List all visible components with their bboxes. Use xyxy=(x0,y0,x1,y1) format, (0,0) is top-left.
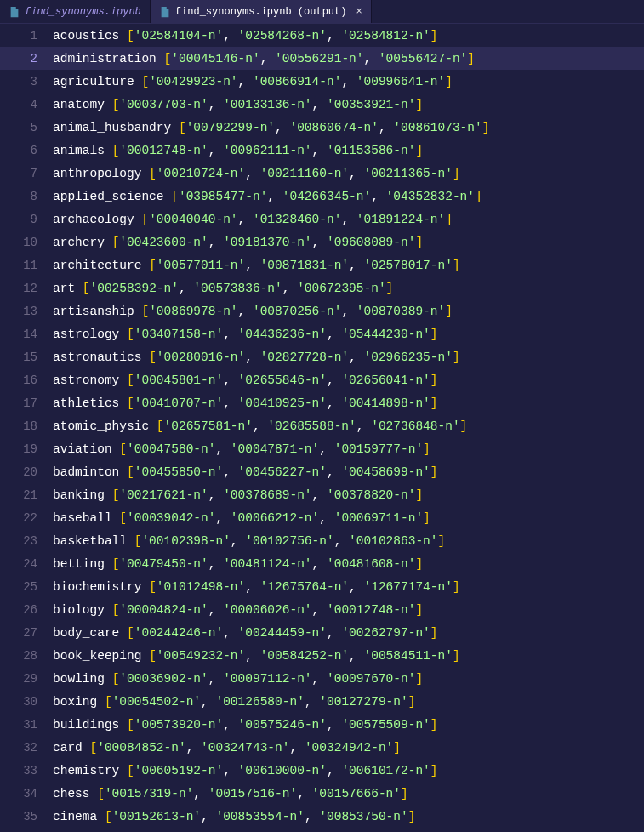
line-content: biochemistry ['01012498-n', '12675764-n'… xyxy=(53,580,460,594)
line-content: archery ['00423600-n', '09181370-n', '09… xyxy=(53,236,423,249)
line-content: card ['00084852-n', '00324743-n', '00324… xyxy=(53,741,401,755)
output-line: 15astronautics ['00280016-n', '02827728-… xyxy=(0,345,644,368)
output-line: 19aviation ['00047580-n', '00047871-n', … xyxy=(0,437,644,460)
line-number: 14 xyxy=(0,328,53,341)
line-content: atomic_physic ['02657581-n', '02685588-n… xyxy=(53,419,467,433)
output-line: 33chemistry ['00605192-n', '00610000-n',… xyxy=(0,759,644,782)
output-line: 12art ['00258392-n', '00573836-n', '0067… xyxy=(0,276,644,299)
line-content: applied_science ['03985477-n', '04266345… xyxy=(53,190,482,203)
line-number: 25 xyxy=(0,580,53,594)
line-number: 13 xyxy=(0,305,53,318)
line-content: agriculture ['00429923-n', '00866914-n',… xyxy=(53,75,453,88)
line-number: 2 xyxy=(0,52,53,66)
line-number: 22 xyxy=(0,511,53,525)
line-content: biology ['00004824-n', '00006026-n', '00… xyxy=(53,603,423,617)
line-content: body_care ['00244246-n', '00244459-n', '… xyxy=(53,626,438,640)
output-line: 14astrology ['03407158-n', '04436236-n',… xyxy=(0,322,644,345)
tab-0[interactable]: find_synonyms.ipynb xyxy=(0,0,151,23)
line-content: betting ['00479450-n', '00481124-n', '00… xyxy=(53,557,423,571)
output-line: 9archaeology ['00040040-n', '01328460-n'… xyxy=(0,208,644,231)
output-line: 26biology ['00004824-n', '00006026-n', '… xyxy=(0,598,644,621)
close-icon[interactable]: × xyxy=(356,6,362,18)
output-line: 31buildings ['00573920-n', '00575246-n',… xyxy=(0,713,644,736)
line-content: athletics ['00410707-n', '00410925-n', '… xyxy=(53,396,438,410)
line-content: astronautics ['00280016-n', '02827728-n'… xyxy=(53,350,460,364)
line-content: astrology ['03407158-n', '04436236-n', '… xyxy=(53,328,438,341)
line-number: 9 xyxy=(0,213,53,226)
output-line: 30boxing ['00054502-n', '00126580-n', '0… xyxy=(0,690,644,713)
line-number: 35 xyxy=(0,810,53,823)
output-line: 28book_keeping ['00549232-n', '00584252-… xyxy=(0,644,644,667)
line-number: 4 xyxy=(0,98,53,111)
line-content: animals ['00012748-n', '00962111-n', '01… xyxy=(53,144,423,157)
line-content: acoustics ['02584104-n', '02584268-n', '… xyxy=(53,29,438,43)
tab-label: find_synonyms.ipynb xyxy=(25,6,141,18)
line-number: 8 xyxy=(0,190,53,203)
line-number: 3 xyxy=(0,75,53,88)
line-number: 29 xyxy=(0,672,53,686)
line-number: 31 xyxy=(0,718,53,732)
line-content: art ['00258392-n', '00573836-n', '006723… xyxy=(53,282,393,295)
line-content: anthropology ['00210724-n', '00211160-n'… xyxy=(53,167,460,180)
line-number: 17 xyxy=(0,396,53,410)
tab-1[interactable]: find_synonyms.ipynb (output)× xyxy=(151,0,372,23)
line-content: bowling ['00036902-n', '00097112-n', '00… xyxy=(53,672,423,686)
line-content: basketball ['00102398-n', '00102756-n', … xyxy=(53,534,445,548)
line-number: 11 xyxy=(0,259,53,272)
line-number: 7 xyxy=(0,167,53,180)
output-line: 35cinema ['00152613-n', '00853554-n', '0… xyxy=(0,805,644,828)
tab-label: find_synonyms.ipynb (output) xyxy=(175,6,347,18)
output-line: 22baseball ['00039042-n', '00066212-n', … xyxy=(0,506,644,529)
line-number: 32 xyxy=(0,741,53,755)
line-content: administration ['00045146-n', '00556291-… xyxy=(53,52,475,66)
line-number: 10 xyxy=(0,236,53,249)
output-line: 32card ['00084852-n', '00324743-n', '003… xyxy=(0,736,644,759)
line-number: 18 xyxy=(0,419,53,433)
line-number: 34 xyxy=(0,787,53,801)
line-number: 16 xyxy=(0,373,53,387)
output-line: 4anatomy ['00037703-n', '00133136-n', '0… xyxy=(0,93,644,116)
output-line: 16astronomy ['00045801-n', '02655846-n',… xyxy=(0,368,644,391)
line-number: 20 xyxy=(0,465,53,479)
line-content: banking ['00217621-n', '00378689-n', '00… xyxy=(53,488,423,502)
output-line: 3agriculture ['00429923-n', '00866914-n'… xyxy=(0,70,644,93)
line-content: artisanship ['00869978-n', '00870256-n',… xyxy=(53,305,453,318)
output-line: 20badminton ['00455850-n', '00456227-n',… xyxy=(0,460,644,483)
line-number: 12 xyxy=(0,282,53,295)
output-line: 1acoustics ['02584104-n', '02584268-n', … xyxy=(0,24,644,47)
line-number: 5 xyxy=(0,121,53,134)
output-line: 27body_care ['00244246-n', '00244459-n',… xyxy=(0,621,644,644)
output-line: 2administration ['00045146-n', '00556291… xyxy=(0,47,644,70)
output-line: 18atomic_physic ['02657581-n', '02685588… xyxy=(0,414,644,437)
output-line: 6animals ['00012748-n', '00962111-n', '0… xyxy=(0,139,644,162)
output-line: 11architecture ['00577011-n', '00871831-… xyxy=(0,254,644,276)
line-content: archaeology ['00040040-n', '01328460-n',… xyxy=(53,213,453,226)
output-line: 13artisanship ['00869978-n', '00870256-n… xyxy=(0,299,644,322)
editor-output: 1acoustics ['02584104-n', '02584268-n', … xyxy=(0,24,644,828)
line-number: 6 xyxy=(0,144,53,157)
file-icon xyxy=(159,6,171,18)
line-content: baseball ['00039042-n', '00066212-n', '0… xyxy=(53,511,430,525)
line-content: badminton ['00455850-n', '00456227-n', '… xyxy=(53,465,438,479)
line-number: 28 xyxy=(0,649,53,663)
line-content: anatomy ['00037703-n', '00133136-n', '00… xyxy=(53,98,423,111)
line-number: 23 xyxy=(0,534,53,548)
line-content: astronomy ['00045801-n', '02655846-n', '… xyxy=(53,373,438,387)
output-line: 7anthropology ['00210724-n', '00211160-n… xyxy=(0,162,644,185)
line-content: animal_husbandry ['00792299-n', '0086067… xyxy=(53,121,489,134)
output-line: 21banking ['00217621-n', '00378689-n', '… xyxy=(0,483,644,506)
line-number: 21 xyxy=(0,488,53,502)
output-line: 23basketball ['00102398-n', '00102756-n'… xyxy=(0,529,644,552)
line-content: aviation ['00047580-n', '00047871-n', '0… xyxy=(53,442,430,456)
output-line: 29bowling ['00036902-n', '00097112-n', '… xyxy=(0,667,644,690)
line-number: 33 xyxy=(0,764,53,778)
line-content: boxing ['00054502-n', '00126580-n', '001… xyxy=(53,695,415,709)
line-number: 27 xyxy=(0,626,53,640)
line-number: 19 xyxy=(0,442,53,456)
output-line: 17athletics ['00410707-n', '00410925-n',… xyxy=(0,391,644,414)
output-line: 25biochemistry ['01012498-n', '12675764-… xyxy=(0,575,644,598)
output-line: 8applied_science ['03985477-n', '0426634… xyxy=(0,185,644,208)
output-line: 5animal_husbandry ['00792299-n', '008606… xyxy=(0,116,644,139)
output-line: 24betting ['00479450-n', '00481124-n', '… xyxy=(0,552,644,575)
line-number: 26 xyxy=(0,603,53,617)
